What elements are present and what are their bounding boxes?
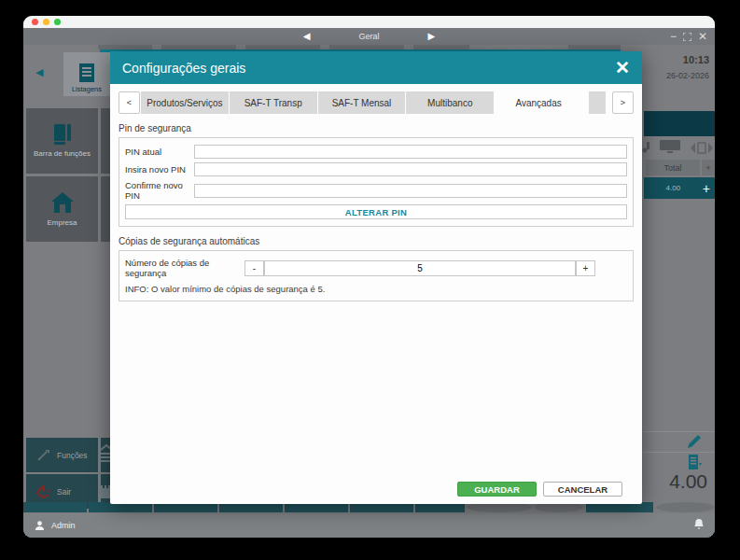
bottom-function-cell[interactable] — [656, 502, 715, 512]
pin-section-box: PIN atual Insira novo PIN Confirme novo … — [119, 137, 634, 227]
form-row: Insira novo PIN — [125, 162, 627, 176]
backup-count-label: Número de cópias de segurança — [125, 258, 244, 278]
sidebar-item-empresa[interactable]: Empresa — [26, 176, 98, 242]
plus-column-header: + — [702, 160, 715, 175]
display-icon[interactable] — [658, 140, 682, 155]
current-tab-label: Geral — [358, 32, 379, 41]
minimize-traffic-light[interactable] — [43, 19, 49, 25]
tab-spacer-block — [589, 91, 606, 114]
sidebar-item-partial[interactable] — [101, 176, 110, 242]
logged-user-label[interactable]: Admin — [51, 521, 76, 530]
form-row: Confirme novo PIN — [125, 180, 627, 201]
pos-total-row: 4.00 + — [644, 177, 715, 199]
sidebar-back-icon[interactable]: ◀ — [35, 66, 43, 78]
guardar-button[interactable]: GUARDAR — [457, 482, 537, 497]
dialog-close-icon[interactable]: ✕ — [615, 59, 630, 77]
partial-icon — [642, 142, 649, 153]
tab-saft-transp[interactable]: SAF-T Transp — [230, 91, 317, 114]
sidebar-item-partial[interactable] — [101, 438, 110, 472]
minimize-icon[interactable]: − — [670, 31, 677, 42]
dialog-footer: GUARDAR CANCELAR — [457, 482, 622, 497]
backup-info-text: INFO: O valor mínimo de cópias de segura… — [125, 284, 627, 294]
total-value: 4.00 — [644, 184, 703, 192]
sidebar-item-partial[interactable] — [101, 108, 110, 174]
tabs-scroll-prev-button[interactable]: < — [119, 91, 140, 114]
clock-time: 10:13 — [683, 54, 709, 65]
function-bar-icon — [51, 124, 74, 145]
increment-button[interactable]: + — [576, 260, 595, 276]
add-item-icon[interactable]: + — [703, 182, 710, 195]
tabs-scroll-next-button[interactable]: > — [612, 91, 634, 114]
sidebar-item-label: Barra de funções — [34, 150, 91, 159]
fullscreen-icon[interactable] — [683, 33, 691, 41]
clock-date: 26-02-2026 — [666, 71, 709, 80]
tools-icon — [37, 449, 49, 461]
dialog-header: Configurações gerais ✕ — [110, 51, 642, 84]
edit-pencil-icon[interactable] — [688, 434, 702, 452]
bottom-function-cell[interactable] — [23, 502, 87, 512]
sidebar-item-label: Sair — [57, 487, 71, 497]
pin-atual-label: PIN atual — [125, 147, 194, 157]
user-icon — [35, 521, 45, 531]
sidebar-item-label: Listagens — [72, 85, 102, 93]
pin-section-title: Pin de segurança — [119, 123, 634, 133]
close-window-icon[interactable]: ✕ — [698, 31, 707, 42]
dialog-title: Configurações gerais — [122, 61, 245, 76]
carousel-icon[interactable] — [691, 142, 713, 154]
app-window: ◀ Geral ▶ − ✕ ◀ List — [23, 16, 715, 538]
sidebar-item-listagens[interactable]: Listagens — [63, 52, 110, 96]
sidebar-item-label: Funções — [57, 451, 88, 460]
tab-saft-mensal[interactable]: SAF-T Mensal — [318, 91, 406, 114]
sidebar-item-funcoes[interactable]: Funções — [26, 438, 98, 472]
novo-pin-label: Insira novo PIN — [125, 164, 194, 175]
divider — [644, 431, 715, 432]
novo-pin-input[interactable] — [194, 162, 627, 176]
divider — [644, 452, 715, 453]
power-icon — [37, 485, 49, 498]
list-document-icon — [78, 63, 95, 82]
close-traffic-light[interactable] — [32, 19, 38, 25]
decrement-button[interactable]: - — [244, 260, 264, 276]
nav-prev-icon[interactable]: ◀ — [303, 32, 311, 41]
confirme-pin-input[interactable] — [194, 184, 627, 198]
backup-section-box: Número de cópias de segurança - + INFO: … — [119, 250, 634, 301]
nav-next-icon[interactable]: ▶ — [428, 32, 436, 41]
pos-display-panel — [644, 111, 715, 136]
backup-count-row: Número de cópias de segurança - + — [125, 258, 627, 278]
confirme-pin-label: Confirme novo PIN — [125, 180, 194, 201]
sidebar-item-barra-de-funcoes[interactable]: Barra de funções — [26, 108, 98, 174]
toolbar: ◀ Geral ▶ − ✕ — [23, 28, 715, 45]
tab-avancadas[interactable]: Avançadas — [495, 91, 582, 114]
home-icon — [50, 191, 75, 214]
tab-multibanco[interactable]: Multibanco — [406, 91, 494, 114]
pos-table-header: Total + — [646, 160, 715, 175]
tab-produtos-servicos[interactable]: Produtos/Serviços — [141, 91, 229, 114]
amount-display: 4.00 — [669, 470, 707, 493]
sidebar-item-label: Empresa — [47, 219, 77, 228]
notifications-bell-icon[interactable] — [694, 517, 704, 534]
titlebar — [23, 16, 715, 28]
cancelar-button[interactable]: CANCELAR — [543, 482, 622, 497]
status-bar: Admin — [23, 513, 715, 538]
dialog-body: < Produtos/Serviços SAF-T Transp SAF-T M… — [110, 84, 642, 504]
pos-icon-row — [642, 138, 715, 157]
total-column-header: Total — [646, 160, 700, 175]
form-row: PIN atual — [125, 145, 627, 159]
settings-dialog: Configurações gerais ✕ < Produtos/Serviç… — [110, 51, 642, 504]
settings-tabbar: < Produtos/Serviços SAF-T Transp SAF-T M… — [119, 91, 634, 114]
backup-section-title: Cópias de segurança automáticas — [119, 236, 634, 246]
pin-atual-input[interactable] — [194, 145, 627, 159]
zoom-traffic-light[interactable] — [54, 19, 61, 25]
alterar-pin-button[interactable]: ALTERAR PIN — [125, 204, 627, 219]
screen: ◀ Geral ▶ − ✕ ◀ List — [0, 0, 740, 560]
backup-count-input[interactable] — [264, 260, 576, 276]
